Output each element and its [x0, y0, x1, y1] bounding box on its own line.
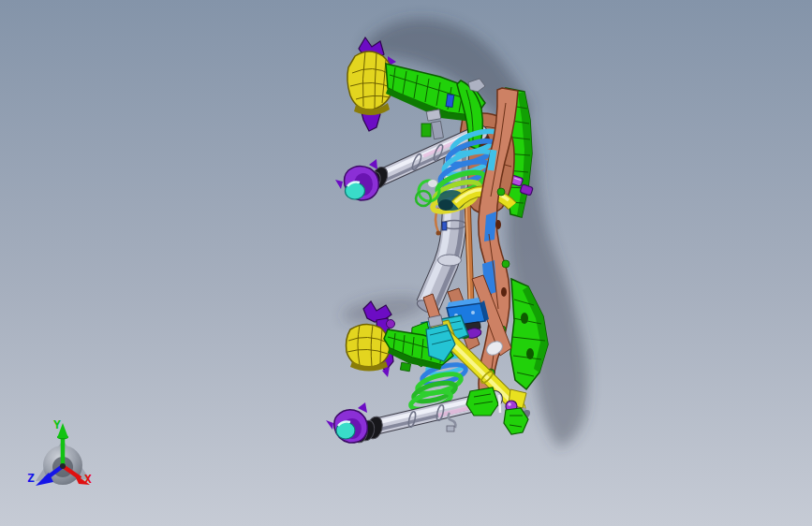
- bushing-cup-lower[interactable]: [347, 324, 390, 371]
- cad-viewport[interactable]: Y Z X: [0, 0, 812, 526]
- orientation-triad: Y Z X: [27, 417, 92, 486]
- axis-x-label: X: [84, 472, 92, 486]
- axis-y-label: Y: [53, 417, 61, 431]
- cv-cap-lower[interactable]: [336, 422, 355, 440]
- axis-z-label: Z: [27, 471, 35, 485]
- bushing-cup-upper[interactable]: [347, 51, 393, 115]
- model-canvas[interactable]: Y Z X: [0, 0, 812, 526]
- cv-cap-upper[interactable]: [346, 183, 365, 200]
